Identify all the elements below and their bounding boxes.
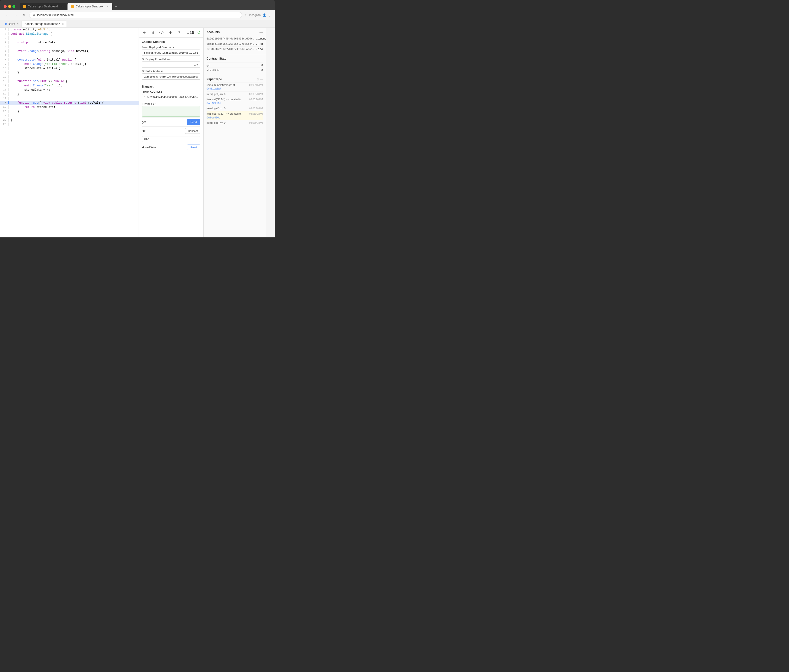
svg-rect-0 [33, 15, 35, 16]
from-address-header: FROM ADDRESS [142, 91, 200, 93]
state-row-storeddata: storedData 0 [207, 67, 263, 72]
deploy-from-editor-select[interactable] [142, 62, 200, 68]
private-for-input[interactable] [142, 106, 200, 117]
editor-tabs-bar: Ballot ✕ SimpleStorage 0x881ba6a7 ✕ [0, 20, 275, 28]
tape-text-3: [txn] set("1234") => created tx 0xcd3621… [207, 97, 247, 105]
browser-tab-dashboard[interactable]: Cakeshop // Dashboard ✕ [20, 3, 67, 10]
tab-favicon-sandbox [71, 5, 74, 8]
tape-time-4: 03:03:28 PM [249, 107, 263, 110]
set-input[interactable] [142, 136, 200, 142]
code-line-20: 20 } [0, 110, 139, 114]
tab-close-sandbox[interactable]: ✕ [105, 5, 109, 8]
panel-toolbar: ✈ 🗑 </> ⚙ ? #19 ↺ [139, 28, 203, 38]
code-line-5: 5 [0, 45, 139, 49]
deployed-contracts-wrapper: SimpleStorage (0x881ba6a7, 2019-06-19 04… [142, 49, 200, 56]
transact-section: Transact — FROM ADDRESS 0x2e219248f44546… [139, 82, 203, 154]
tape-text-1: using 'SimpleStorage' at 0x881ba6a7 [207, 83, 247, 91]
from-address-select[interactable]: 0x2e219248f44546d966808cdd20cb6c36df6efa… [142, 94, 200, 100]
ballot-tab-label: Ballot [8, 22, 15, 26]
code-line-11: 11 } [0, 71, 139, 75]
close-button[interactable] [4, 5, 7, 8]
tape-link-1[interactable]: 0x881ba6a7 [207, 87, 221, 90]
code-line-2: 2 contract SimpleStorage { [0, 32, 139, 37]
paper-tape-section: Paper Tape ⎘ — using 'SimpleStorage' at … [204, 75, 266, 128]
tape-text-2: [read] get() => 0 [207, 93, 247, 96]
new-tab-button[interactable]: + [113, 3, 120, 10]
function-row-set: set Transact [142, 126, 200, 135]
accounts-title: Accounts [207, 30, 220, 34]
account-balance-1: 10000000 [257, 37, 266, 40]
help-icon[interactable]: ? [176, 30, 182, 35]
back-button[interactable]: ← [4, 13, 10, 18]
refresh-icon[interactable]: ↺ [197, 30, 200, 35]
tape-time-1: 03:03:15 PM [249, 84, 263, 86]
code-icon[interactable]: </> [159, 30, 165, 35]
forward-button[interactable]: → [13, 13, 19, 18]
accounts-minimize[interactable]: — [259, 30, 263, 34]
far-right-panel: Accounts — 0x2e219248f44546d966808cdd20c… [203, 28, 266, 238]
editor-tab-simplestorage[interactable]: SimpleStorage 0x881ba6a7 ✕ [22, 21, 67, 27]
deployed-contracts-select[interactable]: SimpleStorage (0x881ba6a7, 2019-06-19 04… [142, 49, 200, 56]
reload-button[interactable]: ↻ [21, 13, 27, 18]
account-row-3: 0x50bb02281de5f00cc1f1dd5a669... 0.00 [207, 46, 263, 52]
code-line-8: 8 constructor(uint initVal) public { [0, 58, 139, 62]
ballot-tab-dot [5, 23, 7, 25]
tape-link-3[interactable]: 0xcd362161 [207, 102, 221, 105]
code-line-16: 16 } [0, 93, 139, 97]
url-bar[interactable]: localhost:8080/sandbox.html [29, 12, 242, 18]
tab-close-dashboard[interactable]: ✕ [60, 5, 64, 8]
tape-entry-2: [read] get() => 0 03:03:23 PM [207, 91, 263, 97]
code-line-13: 13 function set(uint x) public { [0, 80, 139, 84]
code-line-21: 21 [0, 114, 139, 118]
minimize-button[interactable] [8, 5, 11, 8]
state-value-get: 0 [261, 64, 263, 67]
choose-contract-section: Choose Contract — From Deployed Contract… [139, 38, 203, 82]
function-name-get: get [142, 120, 146, 124]
browser-tab-sandbox[interactable]: Cakeshop // Sandbox ✕ [67, 3, 112, 10]
tape-entry-4: [read] get() => 0 03:03:28 PM [207, 106, 263, 111]
profile-icon[interactable]: 👤 [263, 13, 266, 17]
code-line-22: 22 } [0, 118, 139, 123]
tape-time-2: 03:03:23 PM [249, 93, 263, 96]
tape-icons: ⎘ — [257, 78, 263, 81]
function-name-storeddata: storedData [142, 146, 156, 149]
function-row-storeddata: storedData Read [142, 143, 200, 152]
read-button-get[interactable]: Read [187, 119, 200, 125]
tape-link-5[interactable]: 0xf9bc856c [207, 116, 220, 119]
deploy-icon[interactable]: ✈ [142, 30, 147, 35]
contract-state-title: Contract State [207, 57, 226, 60]
window-controls [4, 5, 15, 8]
transact-button-set[interactable]: Transact [185, 128, 200, 134]
code-line-10: 10 storedData = initVal; [0, 67, 139, 71]
address-input[interactable] [142, 73, 200, 80]
settings-icon[interactable]: ⚙ [168, 30, 173, 35]
or-deploy-label: Or Deploy From Editor: [142, 57, 200, 61]
tape-text-5: [txn] set("4321") => created tx 0xf9bc85… [207, 112, 247, 120]
choose-contract-minimize[interactable]: — [197, 40, 200, 44]
choose-contract-title: Choose Contract [142, 40, 165, 43]
ballot-tab-close[interactable]: ✕ [17, 22, 19, 25]
delete-icon[interactable]: 🗑 [150, 30, 156, 35]
from-deployed-label: From Deployed Contracts: [142, 46, 200, 49]
account-address-1: 0x2e219248f44546d966808cdd20c... [207, 37, 257, 40]
maximize-button[interactable] [13, 5, 15, 8]
tape-copy-icon[interactable]: ⎘ [257, 78, 259, 81]
tape-time-3: 03:03:26 PM [249, 98, 263, 101]
incognito-label: Incognito [249, 13, 261, 17]
account-balance-3: 0.00 [258, 48, 263, 51]
bookmark-icon[interactable]: ☆ [244, 13, 247, 17]
contract-state-minimize[interactable]: — [259, 57, 263, 61]
function-row-get: get Read [142, 118, 200, 126]
transact-title: Transact [142, 85, 153, 88]
browser-actions: ☆ Incognito 👤 ⋮ [244, 13, 271, 17]
middle-panel: ✈ 🗑 </> ⚙ ? #19 ↺ Choose Contract — From… [139, 28, 203, 238]
tape-clear-icon[interactable]: — [260, 78, 263, 81]
menu-icon[interactable]: ⋮ [268, 13, 271, 17]
simplestorage-tab-close[interactable]: ✕ [62, 23, 64, 26]
read-button-storeddata[interactable]: Read [187, 145, 200, 150]
transact-minimize[interactable]: — [197, 85, 200, 89]
editor-tab-ballot[interactable]: Ballot ✕ [2, 21, 22, 27]
from-address-wrapper: 0x2e219248f44546d966808cdd20cb6c36df6efa… [142, 94, 200, 100]
account-address-3: 0x50bb02281de5f00cc1f1dd5a669... [207, 48, 257, 51]
state-key-get: get [207, 64, 210, 67]
